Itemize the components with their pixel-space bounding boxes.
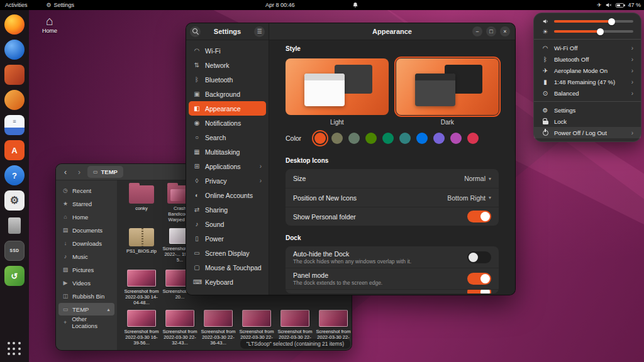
file-item[interactable]: Screenshot from 2022-03-30 22-36-43... <box>200 310 236 346</box>
desktop: ⌂ Home ‹ › ▭ TEMP ◷ Recent ▲ <box>0 0 644 362</box>
eject-icon[interactable]: ▲ <box>106 307 111 312</box>
style-option-dark[interactable] <box>396 58 499 115</box>
files-sidebar-item[interactable]: + Other Locations ▲ <box>58 316 114 329</box>
notification-bell-icon[interactable] <box>352 0 358 10</box>
settings-sidebar-item[interactable]: ⇅ Network › <box>189 58 266 72</box>
autohide-dock-toggle[interactable] <box>467 251 491 263</box>
settings-sidebar-item[interactable]: ◠ Wi-Fi › <box>189 43 266 58</box>
quick-settings-item[interactable]: ᛒ Bluetooth Off › <box>534 53 641 65</box>
dock-item[interactable] <box>3 89 26 111</box>
settings-sidebar-item[interactable]: ▣ Background › <box>189 87 266 101</box>
settings-sidebar-item[interactable]: ⇄ Sharing › <box>189 202 266 217</box>
close-button[interactable]: × <box>500 26 510 36</box>
accent-color-swatch[interactable] <box>382 133 394 144</box>
sharing-icon: ⇄ <box>193 206 201 213</box>
dock-item[interactable] <box>3 63 26 86</box>
dock-item[interactable]: A <box>3 139 26 162</box>
files-sidebar-item[interactable]: ▶ Videos ▲ <box>58 277 114 289</box>
dock-item[interactable]: ↺ <box>3 265 26 287</box>
position-dropdown[interactable]: Bottom Right ▾ <box>447 194 491 202</box>
back-button[interactable]: ‹ <box>60 167 71 178</box>
settings-sidebar-item[interactable]: ▦ Multitasking › <box>189 145 266 159</box>
settings-sidebar-item[interactable]: ○ Search › <box>189 130 266 145</box>
dock-item[interactable]: ≡ <box>3 114 26 136</box>
forward-button[interactable]: › <box>74 167 85 178</box>
settings-sidebar-item[interactable]: ▢ Mouse & Touchpad › <box>189 260 266 275</box>
desktop-home-icon[interactable]: ⌂ Home <box>36 14 63 34</box>
files-sidebar-item[interactable]: ⌂ Home ▲ <box>58 211 114 223</box>
volume-slider[interactable] <box>554 20 633 23</box>
settings-sidebar-item[interactable]: ▯ Power › <box>189 231 266 246</box>
settings-menu-item[interactable]: ⚙ Settings <box>534 104 641 116</box>
maximize-button[interactable]: □ <box>486 26 496 36</box>
clock-button[interactable]: Apr 8 00:46 <box>265 0 295 10</box>
quick-settings-item[interactable]: ◠ Wi-Fi Off › <box>534 42 641 53</box>
file-item[interactable]: Screenshot from 2022-03-30 14-04-48... <box>123 270 160 305</box>
accent-color-swatch[interactable] <box>314 133 326 144</box>
quick-settings-item[interactable]: ▮ 1:48 Remaining (47 %) › <box>534 76 641 87</box>
files-sidebar-item[interactable]: ▤ Documents ▲ <box>58 224 114 236</box>
dock-item[interactable]: ⚙ <box>3 189 26 212</box>
accent-color-swatch[interactable] <box>331 133 343 144</box>
dock-item[interactable] <box>3 214 26 237</box>
settings-sidebar-item[interactable]: ◉ Notifications › <box>189 116 266 130</box>
activities-button[interactable]: Activities <box>5 2 28 8</box>
accent-color-swatch[interactable] <box>450 133 462 144</box>
location-button[interactable]: ▭ TEMP <box>87 166 123 178</box>
quick-settings-item[interactable]: ✈ Aeroplane Mode On › <box>534 65 641 76</box>
clipped-toggle[interactable] <box>467 289 491 293</box>
dock-item[interactable]: SSD <box>3 239 26 262</box>
accent-color-swatch[interactable] <box>467 133 479 144</box>
file-item[interactable]: PS1_BIOS.zip <box>123 228 160 254</box>
settings-sidebar-item[interactable]: ◧ Appearance › <box>189 101 266 116</box>
size-row[interactable]: Size Normal ▾ <box>286 169 499 188</box>
accent-color-swatch[interactable] <box>416 133 428 144</box>
files-sidebar-item[interactable]: ♪ Music ▲ <box>58 250 114 263</box>
file-item[interactable]: conky <box>123 185 160 211</box>
minimize-button[interactable]: − <box>472 26 482 36</box>
settings-sidebar-item[interactable]: ⌨ Keyboard › <box>189 275 266 289</box>
file-item[interactable]: Screenshot from 2022-03-30 16-39-56... <box>123 310 160 346</box>
files-sidebar-item[interactable]: ↓ Downloads ▲ <box>58 237 114 250</box>
show-applications-button[interactable] <box>8 342 22 356</box>
settings-sidebar-item[interactable]: ▭ Screen Display › <box>189 246 266 260</box>
show-personal-folder-toggle[interactable] <box>467 211 491 222</box>
system-status-area[interactable]: ✈ 47 % <box>597 0 641 10</box>
lock-menu-item[interactable]: Lock <box>534 116 641 127</box>
files-sidebar-item[interactable]: ◫ Rubbish Bin ▲ <box>58 290 114 302</box>
settings-sidebar-item[interactable]: ♪ Sound › <box>189 217 266 231</box>
accent-color-swatch[interactable] <box>399 133 411 144</box>
files-sidebar-item[interactable]: ★ Starred ▲ <box>58 197 114 210</box>
position-row[interactable]: Position of New Icons Bottom Right ▾ <box>286 188 499 207</box>
brightness-slider-knob[interactable] <box>597 28 604 35</box>
brightness-slider[interactable] <box>554 30 633 33</box>
panel-mode-toggle[interactable] <box>467 273 491 285</box>
menu-button[interactable]: ☰ <box>254 26 265 37</box>
files-sidebar-item[interactable]: ◷ Recent ▲ <box>58 184 114 197</box>
files-sidebar-label: TEMP <box>72 306 89 313</box>
power-off-menu-item[interactable]: Power Off / Log Out › <box>534 127 641 138</box>
settings-sidebar-item[interactable]: ◊ Privacy › <box>189 173 266 188</box>
quick-settings-item[interactable]: ⊙ Balanced › <box>534 87 641 99</box>
dock-item[interactable] <box>3 13 26 36</box>
files-sidebar-item[interactable]: ▭ TEMP ▲ <box>58 303 114 315</box>
size-dropdown[interactable]: Normal ▾ <box>464 175 491 182</box>
volume-slider-knob[interactable] <box>608 18 615 25</box>
settings-sidebar-item[interactable]: ◐ Online Accounts › <box>189 188 266 202</box>
file-item[interactable]: Screenshot from 2022-03-30 22-32-43... <box>162 310 198 346</box>
settings-sidebar-item[interactable]: ᛒ Bluetooth › <box>189 72 266 87</box>
settings-sidebar-item[interactable]: ⊞ Applications › <box>189 159 266 173</box>
dock-item[interactable]: ? <box>3 164 26 187</box>
files-sidebar-label: Starred <box>72 200 92 207</box>
accent-color-swatch[interactable] <box>433 133 445 144</box>
style-option-light[interactable] <box>286 58 389 115</box>
page-title: Appearance <box>372 28 412 35</box>
quick-settings-label: Bluetooth Off <box>554 56 589 63</box>
search-button[interactable] <box>190 26 201 37</box>
dock-item[interactable] <box>3 38 26 61</box>
focused-app-menu[interactable]: ⚙ Settings <box>47 2 75 8</box>
accent-color-swatch[interactable] <box>365 133 377 144</box>
power-profile-icon: ⊙ <box>541 90 549 97</box>
accent-color-swatch[interactable] <box>348 133 360 144</box>
files-sidebar-item[interactable]: ▨ Pictures ▲ <box>58 263 114 276</box>
